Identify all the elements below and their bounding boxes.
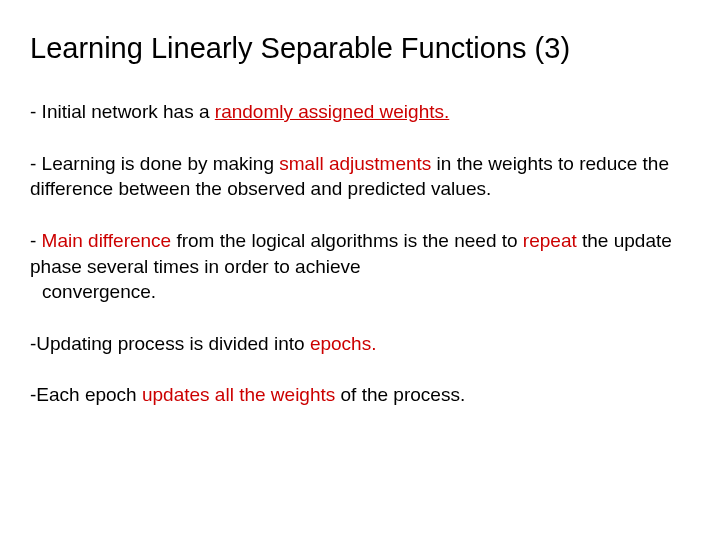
highlight-repeat: repeat: [523, 230, 577, 251]
highlight-epochs: epochs.: [310, 333, 377, 354]
text-fragment: - Learning is done by making: [30, 153, 279, 174]
slide: Learning Linearly Separable Functions (3…: [0, 0, 720, 540]
text-fragment: - Initial network has a: [30, 101, 215, 122]
highlight-random-weights: randomly assigned weights.: [215, 101, 449, 122]
highlight-updates-weights: updates all the weights: [142, 384, 335, 405]
text-fragment: -Updating process is divided into: [30, 333, 310, 354]
text-fragment: from the logical algorithms is the need …: [171, 230, 523, 251]
bullet-main-difference: - Main difference from the logical algor…: [30, 228, 690, 305]
bullet-learning-adjustments: - Learning is done by making small adjus…: [30, 151, 690, 202]
bullet-epochs: -Updating process is divided into epochs…: [30, 331, 690, 357]
text-fragment: -Each epoch: [30, 384, 142, 405]
bullet-each-epoch: -Each epoch updates all the weights of t…: [30, 382, 690, 408]
bullet-initial-network: - Initial network has a randomly assigne…: [30, 99, 690, 125]
highlight-main-difference: Main difference: [42, 230, 172, 251]
text-fragment: convergence.: [42, 281, 156, 302]
text-fragment: -: [30, 230, 42, 251]
text-fragment: of the process.: [335, 384, 465, 405]
slide-title: Learning Linearly Separable Functions (3…: [30, 32, 690, 65]
slide-body: - Initial network has a randomly assigne…: [30, 99, 690, 408]
highlight-small-adjustments: small adjustments: [279, 153, 431, 174]
